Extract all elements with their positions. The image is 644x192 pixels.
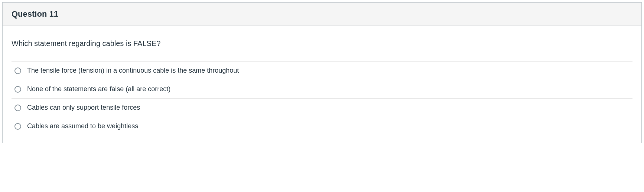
question-title: Question 11 [12,9,632,19]
answer-option-3[interactable]: Cables are assumed to be weightless [12,117,632,135]
radio-icon [14,105,21,111]
answer-list: The tensile force (tension) in a continu… [12,61,632,135]
answer-option-0[interactable]: The tensile force (tension) in a continu… [12,61,632,80]
answer-label: Cables are assumed to be weightless [27,122,138,130]
question-header: Question 11 [3,3,641,26]
answer-label: The tensile force (tension) in a continu… [27,67,239,75]
radio-icon [14,123,21,130]
answer-label: Cables can only support tensile forces [27,104,140,112]
radio-icon [14,67,21,74]
answer-label: None of the statements are false (all ar… [27,85,170,93]
answer-option-2[interactable]: Cables can only support tensile forces [12,98,632,117]
answer-option-1[interactable]: None of the statements are false (all ar… [12,80,632,98]
radio-icon [14,86,21,93]
question-prompt: Which statement regarding cables is FALS… [12,26,632,61]
question-body: Which statement regarding cables is FALS… [3,26,641,143]
question-card: Question 11 Which statement regarding ca… [2,2,642,143]
